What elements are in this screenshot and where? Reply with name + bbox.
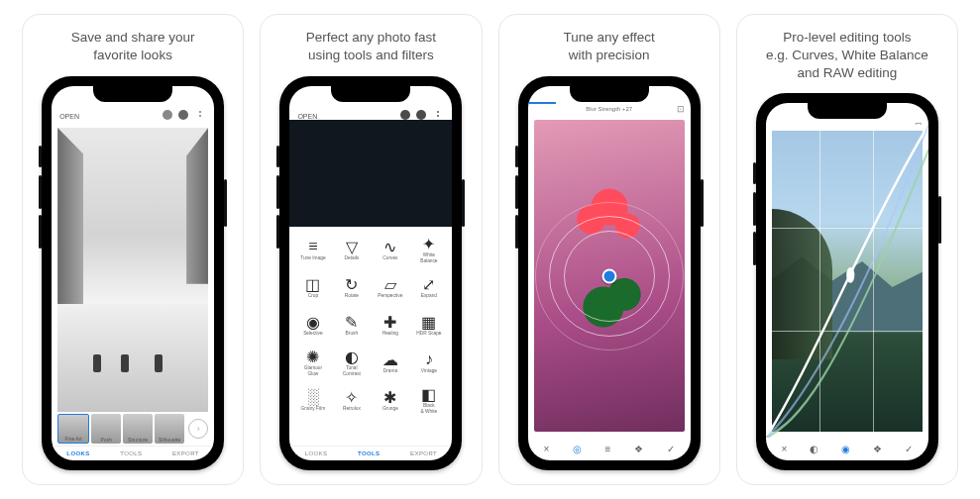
tool-label: Black & White <box>420 403 437 414</box>
tool-expand[interactable]: ⤢Expand <box>409 270 448 306</box>
adjust-button[interactable]: ≡ <box>605 444 611 454</box>
tool-perspective[interactable]: ▱Perspective <box>371 270 409 306</box>
grain-icon: ░ <box>306 391 319 404</box>
looks-icon[interactable] <box>400 110 410 120</box>
info-icon[interactable] <box>416 110 426 120</box>
phone-mockup-1: OPEN ⋮ Fine Art Push Structure Si <box>42 76 224 470</box>
tool-label: Crop <box>308 293 318 299</box>
tool-vintage[interactable]: ♪Vintage <box>409 346 448 381</box>
tool-label: Vintage <box>421 368 437 374</box>
effect-progress[interactable] <box>528 102 556 104</box>
phone-mockup-2: OPEN ⋮ ≡Tune Image▽Details∿Curves✦White … <box>279 76 462 470</box>
tool-label: Tonal Contrast <box>343 365 361 376</box>
caption-tune-effect: Tune any effect with precision <box>563 29 654 66</box>
tool-sliders[interactable]: ≡Tune Image <box>293 233 332 268</box>
confirm-button[interactable]: ✓ <box>667 444 675 454</box>
caption-pro-tools: Pro-level editing tools e.g. Curves, Whi… <box>766 29 928 83</box>
phone-mockup-4: ⊡ <box>756 93 938 470</box>
compare-icon[interactable]: ⊡ <box>677 104 685 114</box>
grunge-icon: ✱ <box>383 391 396 404</box>
tool-label: White Balance <box>420 252 437 263</box>
tool-details[interactable]: ▽Details <box>332 233 371 268</box>
confirm-button[interactable]: ✓ <box>905 444 913 454</box>
wb-icon: ✦ <box>422 238 435 250</box>
close-button[interactable]: × <box>543 444 549 454</box>
tab-export[interactable]: EXPORT <box>410 450 437 456</box>
tool-selective[interactable]: ◉Selective <box>293 308 332 344</box>
tool-healing[interactable]: ✚Healing <box>371 308 409 344</box>
caption-perfect-photo: Perfect any photo fast using tools and f… <box>306 29 436 66</box>
eye-button[interactable]: ◉ <box>841 444 850 454</box>
tool-label: Selective <box>303 331 322 337</box>
tab-looks[interactable]: LOOKS <box>305 450 328 456</box>
tool-glamour[interactable]: ✺Glamour Glow <box>293 346 332 381</box>
tool-label: Grainy Film <box>301 406 326 412</box>
tool-wb[interactable]: ✦White Balance <box>409 233 448 268</box>
tool-bw[interactable]: ◧Black & White <box>409 383 448 419</box>
looks-more-button[interactable]: › <box>188 419 208 439</box>
tool-retrolux[interactable]: ✧Retrolux <box>332 383 371 419</box>
tab-tools[interactable]: TOOLS <box>120 450 142 456</box>
tool-hdr[interactable]: ▦HDR Scape <box>409 308 448 344</box>
phone-mockup-3: Blur Strength +27 ⊡ × ◎ ≡ ❖ ✓ <box>518 76 701 470</box>
retrolux-icon: ✧ <box>345 391 358 404</box>
curves-icon: ∿ <box>383 241 396 253</box>
tool-label: Rotate <box>345 293 359 299</box>
tools-sheet: ≡Tune Image▽Details∿Curves✦White Balance… <box>289 227 452 446</box>
overflow-icon[interactable]: ⋮ <box>194 112 206 120</box>
focus-point-handle[interactable] <box>601 268 616 283</box>
curves-line[interactable] <box>766 125 928 438</box>
tab-tools[interactable]: TOOLS <box>358 450 381 456</box>
details-icon: ▽ <box>345 241 358 253</box>
tool-drama[interactable]: ☁Drama <box>371 346 409 381</box>
open-button[interactable]: OPEN <box>297 113 317 120</box>
tab-export[interactable]: EXPORT <box>172 450 199 456</box>
healing-icon: ✚ <box>383 316 396 329</box>
tool-curves[interactable]: ∿Curves <box>371 233 409 268</box>
open-button[interactable]: OPEN <box>59 113 79 120</box>
looks-strip: Fine Art Push Structure Silhouette › <box>52 412 214 446</box>
channel-button[interactable]: ◐ <box>810 444 818 454</box>
tool-label: Grunge <box>382 406 398 412</box>
look-thumb[interactable]: Structure <box>123 414 153 444</box>
tool-rotate[interactable]: ↻Rotate <box>332 270 371 306</box>
tool-label: Brush <box>346 331 359 337</box>
crop-icon: ◫ <box>306 278 319 291</box>
looks-icon[interactable] <box>163 110 172 120</box>
tool-crop[interactable]: ◫Crop <box>293 270 332 306</box>
svg-point-1 <box>846 267 854 283</box>
info-icon[interactable] <box>178 110 188 120</box>
tool-label: Healing <box>382 331 398 337</box>
shape-button[interactable]: ❖ <box>634 444 643 454</box>
tool-tonal[interactable]: ◐Tonal Contrast <box>332 346 371 381</box>
look-thumb[interactable]: Fine Art <box>57 414 89 444</box>
tool-label: Retrolux <box>343 406 361 412</box>
selective-icon: ◉ <box>306 316 319 329</box>
perspective-icon: ▱ <box>383 278 396 291</box>
tab-looks[interactable]: LOOKS <box>66 450 89 456</box>
tool-label: Expand <box>421 293 437 299</box>
tool-label: Drama <box>383 368 397 374</box>
look-thumb[interactable]: Push <box>91 414 121 444</box>
close-button[interactable]: × <box>781 444 787 454</box>
focus-mode-button[interactable]: ◎ <box>573 444 582 454</box>
tool-label: Tune Image <box>300 255 325 261</box>
rotate-icon: ↻ <box>345 278 358 291</box>
sliders-icon: ≡ <box>306 241 319 253</box>
overflow-icon[interactable]: ⋮ <box>432 112 444 120</box>
brush-icon: ✎ <box>345 316 358 329</box>
bw-icon: ◧ <box>422 388 435 401</box>
glamour-icon: ✺ <box>306 350 319 363</box>
tool-grain[interactable]: ░Grainy Film <box>293 383 332 419</box>
tool-grunge[interactable]: ✱Grunge <box>371 383 409 419</box>
tool-label: Details <box>345 255 360 261</box>
vintage-icon: ♪ <box>422 353 435 366</box>
drama-icon: ☁ <box>383 353 396 366</box>
expand-icon: ⤢ <box>422 278 435 291</box>
look-thumb[interactable]: Silhouette <box>155 414 184 444</box>
tonal-icon: ◐ <box>345 350 358 363</box>
tool-brush[interactable]: ✎Brush <box>332 308 371 344</box>
shape-button[interactable]: ❖ <box>873 444 882 454</box>
effect-status: Blur Strength +27 <box>586 106 632 112</box>
hdr-icon: ▦ <box>422 316 435 329</box>
